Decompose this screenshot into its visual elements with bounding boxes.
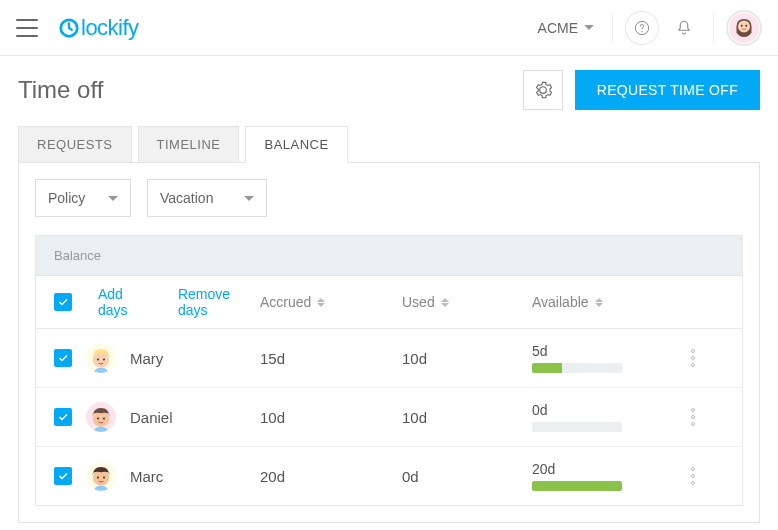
- divider: [713, 13, 714, 43]
- table-row: Mary 15d 10d 5d: [36, 329, 742, 388]
- accrued-value: 15d: [260, 350, 402, 367]
- available-progress: [532, 363, 622, 373]
- table-header-row: Add days Remove days Accrued Used Availa…: [36, 276, 742, 329]
- employee-avatar: [86, 461, 116, 491]
- svg-point-11: [97, 418, 99, 420]
- balance-table: Balance Add days Remove days Accrued Use…: [35, 235, 743, 506]
- avatar-icon: [86, 343, 116, 373]
- menu-icon[interactable]: [16, 19, 38, 37]
- used-label: Used: [402, 294, 435, 310]
- sort-icon: [441, 298, 449, 307]
- workspace-selector[interactable]: ACME: [532, 14, 600, 42]
- available-progress: [532, 481, 622, 491]
- select-all-checkbox[interactable]: [54, 293, 72, 311]
- request-time-off-button[interactable]: REQUEST TIME OFF: [575, 70, 760, 110]
- available-cell: 5d: [532, 343, 680, 373]
- column-header-available[interactable]: Available: [532, 294, 680, 310]
- chevron-down-icon: [584, 25, 594, 30]
- top-bar: lockify ACME: [0, 0, 778, 56]
- svg-point-5: [741, 24, 743, 26]
- accrued-value: 10d: [260, 409, 402, 426]
- available-cell: 0d: [532, 402, 680, 432]
- employee-avatar: [86, 343, 116, 373]
- gear-icon: [533, 80, 553, 100]
- table-row: Daniel 10d 10d 0d: [36, 388, 742, 447]
- help-icon: [634, 20, 650, 36]
- used-value: 0d: [402, 468, 532, 485]
- svg-point-8: [97, 359, 99, 361]
- user-avatar[interactable]: [726, 10, 762, 46]
- row-checkbox[interactable]: [54, 349, 72, 367]
- avatar-icon: [86, 461, 116, 491]
- check-icon: [57, 411, 69, 423]
- divider: [612, 13, 613, 43]
- policy-select[interactable]: Policy: [35, 179, 131, 217]
- available-progress: [532, 422, 622, 432]
- used-value: 10d: [402, 350, 532, 367]
- vacation-label: Vacation: [160, 190, 213, 206]
- balance-panel: Policy Vacation Balance Add days Remove …: [18, 162, 760, 523]
- row-checkbox[interactable]: [54, 408, 72, 426]
- tab-requests[interactable]: REQUESTS: [18, 126, 132, 163]
- table-section-header: Balance: [36, 236, 742, 276]
- available-value: 20d: [532, 461, 680, 477]
- available-cell: 20d: [532, 461, 680, 491]
- row-more-button[interactable]: [691, 349, 695, 367]
- svg-point-6: [745, 24, 747, 26]
- employee-name: Mary: [130, 350, 163, 367]
- tab-timeline[interactable]: TIMELINE: [138, 126, 240, 163]
- tabs: REQUESTS TIMELINE BALANCE: [18, 126, 760, 163]
- help-button[interactable]: [625, 11, 659, 45]
- accrued-value: 20d: [260, 468, 402, 485]
- column-header-used[interactable]: Used: [402, 294, 532, 310]
- table-row: Marc 20d 0d 20d: [36, 447, 742, 505]
- svg-point-2: [641, 30, 642, 31]
- svg-point-9: [103, 359, 105, 361]
- policy-label: Policy: [48, 190, 85, 206]
- vacation-select[interactable]: Vacation: [147, 179, 267, 217]
- available-value: 5d: [532, 343, 680, 359]
- notifications-button[interactable]: [667, 11, 701, 45]
- column-header-accrued[interactable]: Accrued: [260, 294, 402, 310]
- row-more-button[interactable]: [691, 467, 695, 485]
- settings-button[interactable]: [523, 70, 563, 110]
- workspace-name: ACME: [538, 20, 578, 36]
- svg-point-15: [103, 477, 105, 479]
- check-icon: [57, 470, 69, 482]
- page-title: Time off: [18, 76, 103, 104]
- sort-icon: [595, 298, 603, 307]
- tab-balance[interactable]: BALANCE: [245, 126, 347, 163]
- svg-point-14: [97, 477, 99, 479]
- accrued-label: Accrued: [260, 294, 311, 310]
- check-icon: [57, 296, 69, 308]
- chevron-down-icon: [244, 196, 254, 201]
- available-value: 0d: [532, 402, 680, 418]
- chevron-down-icon: [108, 196, 118, 201]
- available-label: Available: [532, 294, 589, 310]
- svg-point-4: [738, 20, 750, 32]
- bell-icon: [675, 19, 693, 37]
- logo-text: lockify: [81, 15, 139, 41]
- svg-point-12: [103, 418, 105, 420]
- employee-name: Daniel: [130, 409, 173, 426]
- avatar-icon: [86, 402, 116, 432]
- app-logo[interactable]: lockify: [58, 15, 139, 41]
- sort-icon: [317, 298, 325, 307]
- used-value: 10d: [402, 409, 532, 426]
- employee-name: Marc: [130, 468, 163, 485]
- employee-avatar: [86, 402, 116, 432]
- avatar-icon: [729, 13, 759, 43]
- row-more-button[interactable]: [691, 408, 695, 426]
- add-days-link[interactable]: Add days: [98, 286, 154, 318]
- row-checkbox[interactable]: [54, 467, 72, 485]
- check-icon: [57, 352, 69, 364]
- remove-days-link[interactable]: Remove days: [178, 286, 260, 318]
